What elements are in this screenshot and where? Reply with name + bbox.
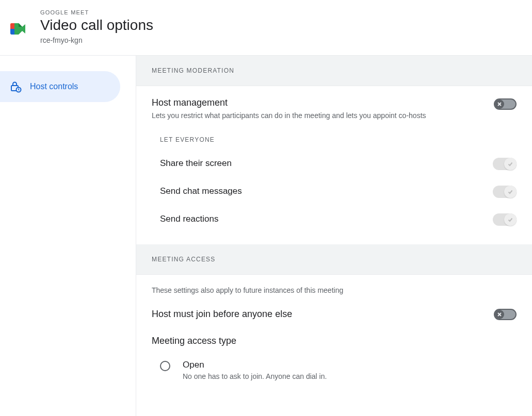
content-panel: MEETING MODERATION Host management Lets … (136, 56, 532, 416)
section-header-text: MEETING MODERATION (152, 67, 517, 74)
host-management-desc: Lets you restrict what participants can … (152, 111, 426, 120)
let-everyone-label: LET EVERYONE (160, 136, 517, 143)
radio-open[interactable] (160, 361, 170, 371)
x-icon (497, 102, 502, 107)
send-chat-toggle[interactable] (493, 186, 517, 198)
radio-open-labels: Open No one has to ask to join. Anyone c… (183, 360, 327, 380)
main-layout: Host controls MEETING MODERATION Host ma… (0, 56, 532, 416)
meet-icon (9, 23, 26, 35)
host-must-join-toggle[interactable] (494, 309, 517, 320)
sidebar-item-label: Host controls (30, 82, 78, 91)
section-header-text: MEETING ACCESS (152, 256, 517, 263)
header-text-block: GOOGLE MEET Video call options rce-fmyo-… (40, 9, 153, 44)
host-management-text: Host management Lets you restrict what p… (152, 97, 426, 120)
host-management-toggle[interactable] (494, 98, 517, 110)
check-icon (507, 189, 513, 195)
google-meet-logo (9, 23, 26, 35)
share-screen-toggle[interactable] (493, 158, 517, 170)
page-header: GOOGLE MEET Video call options rce-fmyo-… (0, 0, 532, 56)
app-name: GOOGLE MEET (40, 9, 153, 15)
access-info-text: These settings also apply to future inst… (136, 275, 532, 305)
check-icon (507, 161, 513, 167)
share-screen-label: Share their screen (160, 158, 232, 169)
share-screen-row: Share their screen (152, 149, 517, 177)
sidebar: Host controls (0, 56, 136, 416)
page-title: Video call options (40, 16, 153, 34)
x-icon (497, 312, 502, 317)
host-management-row: Host management Lets you restrict what p… (152, 97, 517, 120)
section-header-access: MEETING ACCESS (136, 244, 532, 275)
toggle-thumb (504, 213, 517, 226)
radio-open-title: Open (183, 360, 327, 370)
check-icon (507, 217, 513, 223)
meeting-access-type-title: Meeting access type (136, 334, 532, 354)
toggle-thumb (495, 99, 504, 109)
lock-settings-icon (9, 80, 22, 93)
toggle-thumb (504, 186, 517, 198)
host-must-join-row: Host must join before anyone else (136, 305, 532, 334)
send-chat-row: Send chat messages (152, 177, 517, 205)
send-reactions-toggle[interactable] (493, 213, 517, 226)
send-reactions-row: Send reactions (152, 205, 517, 233)
toggle-thumb (504, 158, 517, 170)
host-must-join-title: Host must join before anyone else (152, 309, 292, 320)
access-type-open-row[interactable]: Open No one has to ask to join. Anyone c… (136, 354, 532, 387)
radio-open-desc: No one has to ask to join. Anyone can di… (183, 372, 327, 380)
host-management-title: Host management (152, 97, 426, 108)
section-header-moderation: MEETING MODERATION (136, 56, 532, 86)
meeting-id: rce-fmyo-kgn (40, 36, 153, 44)
send-chat-label: Send chat messages (160, 186, 242, 196)
send-reactions-label: Send reactions (160, 214, 218, 224)
sidebar-item-host-controls[interactable]: Host controls (0, 71, 120, 102)
moderation-body: Host management Lets you restrict what p… (136, 86, 532, 244)
toggle-thumb (495, 310, 504, 319)
